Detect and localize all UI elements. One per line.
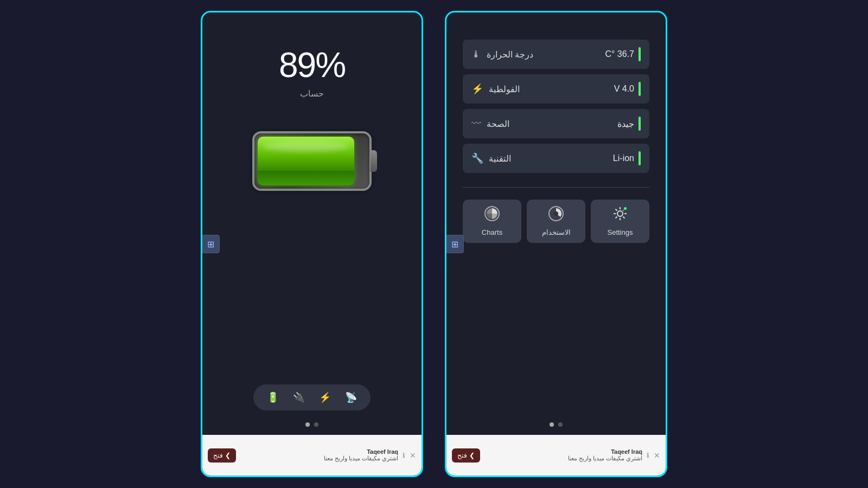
usage-label: الاستخدام — [542, 228, 571, 236]
ad-banner-left: ❯ فتح Taqeef Iraq اشتري مكيفات ميديا وار… — [202, 435, 422, 476]
temperature-icon: 🌡 — [471, 49, 481, 60]
info-row-voltage: 4.0 V الفولطية ⚡ — [463, 74, 649, 104]
dot-right-2 — [558, 422, 563, 427]
settings-icon-wrap — [612, 206, 628, 225]
info-row-technology: Li-ion التقنية 🔧 — [463, 144, 649, 173]
charts-icon — [484, 208, 500, 224]
sidebar-icon-right[interactable]: ⊞ — [445, 235, 464, 253]
charts-button[interactable]: Charts — [463, 200, 521, 243]
dot-1 — [305, 422, 310, 427]
tab-signal[interactable]: 📡 — [342, 389, 360, 406]
usage-icon — [548, 208, 564, 224]
settings-icon — [612, 206, 628, 225]
ad-info-icon-right[interactable]: ℹ — [647, 452, 649, 459]
ad-arrow-left: ❯ — [225, 452, 231, 459]
dot-2 — [314, 422, 318, 427]
health-icon: 〰 — [471, 118, 481, 130]
usage-icon-wrap — [548, 206, 564, 225]
voltage-icon: ⚡ — [471, 83, 483, 95]
ad-close-icon-right[interactable]: ✕ — [654, 451, 660, 460]
settings-green-dot — [623, 206, 628, 211]
svg-point-3 — [617, 211, 623, 216]
ad-arrow-right: ❯ — [469, 452, 475, 459]
health-value: جيدة — [617, 117, 641, 131]
ad-banner-right: ❯ فتح Taqeef Iraq اشتري مكيفات ميديا وار… — [446, 435, 666, 476]
svg-line-10 — [616, 217, 617, 219]
tab-battery[interactable]: 🔋 — [264, 389, 282, 406]
health-label: الصحة — [487, 119, 509, 129]
tab-usb[interactable]: ⚡ — [316, 389, 334, 406]
charts-icon-wrap — [484, 206, 500, 225]
voltage-value: 4.0 V — [614, 82, 641, 96]
ad-open-button-left[interactable]: ❯ فتح — [208, 448, 236, 463]
battery-outer — [252, 131, 372, 191]
temperature-label-group: درجة الحرارة 🌡 — [471, 49, 533, 60]
usage-svg — [548, 206, 564, 221]
usage-button[interactable]: الاستخدام — [527, 200, 585, 243]
temperature-value: 36.7 °C — [605, 47, 641, 61]
ad-open-button-right[interactable]: ❯ فتح — [452, 448, 480, 463]
ad-text-right: Taqeef Iraq اشتري مكيفات ميديا واربح معن… — [484, 448, 642, 462]
ad-close-icon-left[interactable]: ✕ — [410, 451, 416, 460]
voltage-label-group: الفولطية ⚡ — [471, 83, 520, 95]
green-indicator-technology — [639, 151, 641, 165]
info-row-temperature: 36.7 °C درجة الحرارة 🌡 — [463, 40, 649, 69]
ad-info-icon-left[interactable]: ℹ — [403, 452, 405, 459]
battery-graphic — [247, 126, 377, 196]
battery-percentage: 89% — [279, 45, 345, 85]
page-dots-right — [550, 422, 563, 427]
dot-right-1 — [550, 422, 554, 427]
ad-title-right: Taqeef Iraq — [484, 448, 642, 455]
temperature-label: درجة الحرارة — [487, 49, 533, 60]
bottom-tabs: 🔋 🔌 ⚡ 📡 — [253, 384, 371, 410]
ad-open-label-left: فتح — [213, 452, 223, 459]
action-buttons: Charts الاستخدام — [463, 200, 649, 243]
technology-label-group: التقنية 🔧 — [471, 152, 511, 164]
green-indicator-voltage — [639, 82, 641, 96]
voltage-label: الفولطية — [489, 84, 520, 94]
technology-icon: 🔧 — [471, 152, 483, 164]
health-label-group: الصحة 〰 — [471, 118, 509, 130]
technology-label: التقنية — [489, 153, 511, 164]
svg-point-2 — [554, 211, 558, 216]
battery-inner — [258, 137, 354, 185]
svg-line-8 — [616, 209, 617, 211]
divider — [463, 187, 649, 188]
battery-label: حساب — [300, 88, 324, 99]
sidebar-icon-left[interactable]: ⊞ — [201, 235, 220, 253]
technology-value: Li-ion — [613, 151, 641, 165]
ad-title-left: Taqeef Iraq — [240, 448, 398, 455]
green-indicator-health — [639, 117, 641, 131]
page-dots — [305, 422, 318, 427]
settings-button[interactable]: Settings — [591, 200, 649, 243]
svg-line-9 — [623, 217, 625, 219]
info-row-health: جيدة الصحة 〰 — [463, 109, 649, 138]
right-phone: ⊞ 36.7 °C درجة الحرارة 🌡 4.0 V الفولطية … — [445, 11, 667, 477]
ad-subtitle-left: اشتري مكيفات ميديا واربح معنا — [240, 455, 398, 462]
charts-svg — [484, 206, 500, 221]
green-indicator-temperature — [639, 47, 641, 61]
settings-label: Settings — [608, 228, 633, 236]
left-phone: ⊞ 89% حساب 🔋 🔌 ⚡ 📡 ❯ فتح Taqeef Iraq اشت… — [201, 11, 423, 477]
ad-open-label-right: فتح — [457, 452, 467, 459]
ad-subtitle-right: اشتري مكيفات ميديا واربح معنا — [484, 455, 642, 462]
ad-text-left: Taqeef Iraq اشتري مكيفات ميديا واربح معن… — [240, 448, 398, 462]
charts-label: Charts — [482, 228, 502, 236]
tab-charging[interactable]: 🔌 — [290, 389, 308, 406]
